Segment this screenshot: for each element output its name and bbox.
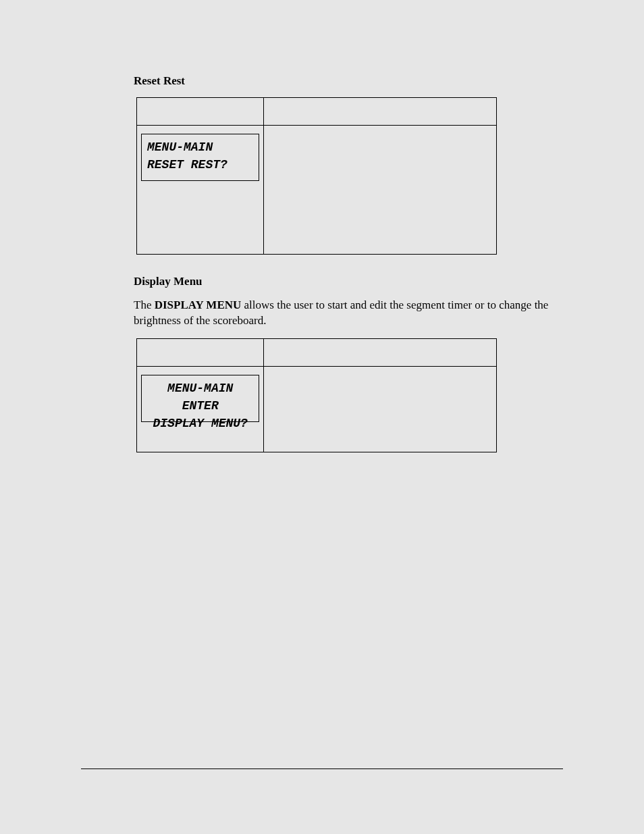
footer-rule [81, 768, 563, 769]
action-cell [264, 126, 497, 255]
lcd-cell: MENU-MAIN ENTER DISPLAY MENU? [137, 366, 264, 452]
document-page: Reset Rest MENU-MAIN RESET REST? Display… [0, 0, 644, 834]
table-header-row [137, 338, 497, 366]
table-header-action [264, 98, 497, 126]
lcd-display: MENU-MAIN RESET REST? [141, 134, 259, 181]
lcd-line-1: MENU-MAIN [147, 138, 253, 156]
lcd-cell: MENU-MAIN RESET REST? [137, 126, 264, 255]
para-pre: The [134, 298, 155, 311]
table-header-row [137, 98, 497, 126]
action-cell [264, 366, 497, 452]
table-row: MENU-MAIN RESET REST? [137, 126, 497, 255]
section-title-display-menu: Display Menu [134, 275, 563, 288]
reset-rest-table: MENU-MAIN RESET REST? [136, 97, 497, 255]
section-title-reset-rest: Reset Rest [134, 74, 563, 88]
table-header-lcd [137, 338, 264, 366]
lcd-line-1: MENU-MAIN ENTER [147, 380, 253, 415]
para-bold: DISPLAY MENU [155, 298, 242, 311]
lcd-line-2: RESET REST? [147, 156, 253, 174]
lcd-line-2: DISPLAY MENU? [147, 415, 253, 432]
page-content: Reset Rest MENU-MAIN RESET REST? Display… [134, 74, 563, 473]
table-row: MENU-MAIN ENTER DISPLAY MENU? [137, 366, 497, 452]
display-menu-table: MENU-MAIN ENTER DISPLAY MENU? [136, 338, 497, 452]
table-header-action [264, 338, 497, 366]
table-header-lcd [137, 98, 264, 126]
lcd-display: MENU-MAIN ENTER DISPLAY MENU? [141, 375, 259, 422]
display-menu-paragraph: The DISPLAY MENU allows the user to star… [134, 298, 563, 329]
